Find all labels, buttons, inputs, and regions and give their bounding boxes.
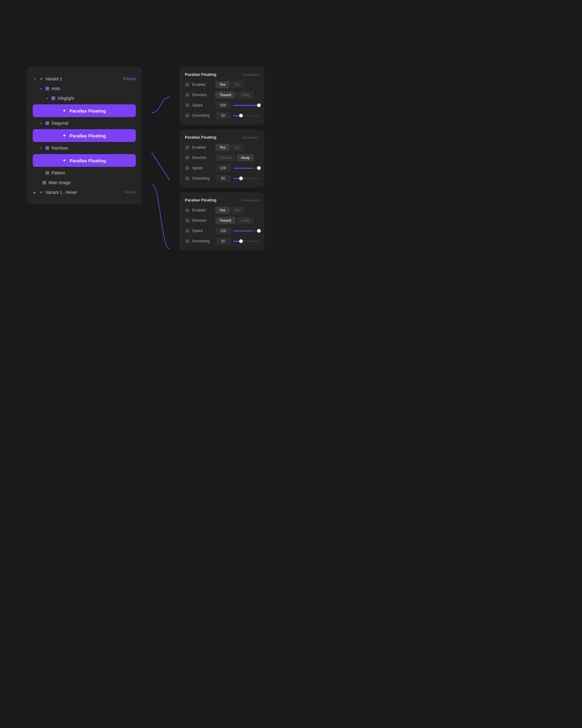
prop-icon-speed-2: ⊕ (185, 165, 190, 171)
rect-icon-rainbow (46, 146, 49, 150)
smoothing-slider-3[interactable] (233, 241, 259, 242)
speed-input-1[interactable] (215, 102, 231, 109)
prop-row-speed-3: ⊕ Speed (185, 227, 259, 234)
prop-row-direction-2: ⊕ Direction Toward Away (185, 154, 259, 161)
speed-input-2[interactable] (215, 164, 231, 172)
tree-item-highlight[interactable]: ▾ Hihglight (33, 94, 136, 103)
chevron-icon: ▶ (33, 190, 37, 194)
prop-row-smoothing-1: ⊕ Smoothing (185, 112, 259, 119)
speed-slider-3[interactable] (233, 231, 259, 231)
tree-badge-variant: Variant (124, 190, 136, 194)
toggle-direction-1: Toward Away (215, 91, 254, 99)
smoothing-input-2[interactable] (215, 175, 231, 182)
toggle-toward-1[interactable]: Toward (215, 91, 235, 99)
panel-header-3: Parallax Floating Component (185, 198, 259, 202)
toggle-no-3[interactable]: No (231, 207, 244, 214)
prop-row-speed-2: ⊕ Speed (185, 164, 259, 172)
prop-label-enabled-2: Enabled (192, 145, 213, 150)
component-icon-white: ✦ (62, 133, 66, 138)
toggle-no-1[interactable]: No (231, 81, 244, 88)
parallax-item-2[interactable]: ✦ Parallax Floating (33, 129, 136, 142)
prop-row-direction-1: ⊕ Direction Toward Away (185, 91, 259, 99)
toggle-away-1[interactable]: Away (237, 91, 254, 99)
chevron-icon: ▾ (45, 96, 49, 100)
speed-input-3[interactable] (215, 227, 231, 234)
spacer (39, 171, 43, 175)
tree-item-holo[interactable]: ▾ Holo (33, 84, 136, 94)
smoothing-track-3 (233, 241, 259, 242)
prop-icon-direction-1: ⊕ (185, 93, 190, 97)
toggle-enabled-3: Yes No (215, 207, 244, 214)
chevron-icon: ▾ (39, 86, 43, 91)
panel-title-3: Parallax Floating (185, 198, 216, 202)
prop-icon-enabled-1: ⊕ (185, 82, 190, 87)
component-icon-white: ✦ (62, 158, 66, 163)
toggle-away-2[interactable]: Away (237, 154, 254, 161)
smoothing-slider-1[interactable] (233, 115, 259, 116)
toggle-away-3[interactable]: Away (237, 217, 254, 224)
properties-column: Parallax Floating Component ⊕ Enabled Ye… (179, 67, 264, 250)
prop-row-enabled-2: ⊕ Enabled Yes No (185, 144, 259, 151)
tree-item-mainimage[interactable]: Main Image (33, 178, 136, 187)
toggle-no-2[interactable]: No (231, 144, 244, 151)
panel-header-1: Parallax Floating Component (185, 72, 259, 77)
smoothing-thumb-2 (239, 177, 243, 180)
prop-icon-enabled-2: ⊕ (185, 145, 190, 150)
tree-item-diagonal[interactable]: ▾ Diagonal (33, 118, 136, 128)
tree-badge-primary: Primary (123, 77, 136, 81)
tree-item-pattern[interactable]: Pattern (33, 168, 136, 178)
component-icon: ✦ (39, 190, 43, 195)
speed-slider-2[interactable] (233, 168, 259, 168)
prop-label-direction-1: Direction (192, 93, 213, 97)
property-panel-3: Parallax Floating Component ⊕ Enabled Ye… (179, 192, 264, 250)
smoothing-track-1 (233, 115, 259, 116)
chevron-icon: ▾ (39, 146, 43, 150)
speed-thumb-2 (257, 166, 261, 170)
prop-icon-speed-3: ⊕ (185, 228, 190, 233)
rect-icon-holo (46, 87, 49, 90)
smoothing-slider-2[interactable] (233, 178, 259, 179)
smoothing-input-3[interactable] (215, 237, 231, 245)
smoothing-thumb-3 (239, 239, 243, 243)
speed-slider-1[interactable] (233, 105, 259, 106)
parallax-item-1[interactable]: ✦ Parallax Floating (33, 104, 136, 117)
parallax-item-3[interactable]: ✦ Parallax Floating (33, 154, 136, 167)
prop-icon-smoothing-3: ⊕ (185, 239, 190, 243)
speed-thumb-1 (257, 103, 261, 107)
rect-icon-highlight (52, 97, 55, 100)
tree-item-variant1[interactable]: ▾ ✦ Variant 1 Primary (33, 74, 136, 84)
prop-row-enabled-3: ⊕ Enabled Yes No (185, 207, 259, 214)
smoothing-track-2 (233, 178, 259, 179)
parallax-label-3: Parallax Floating (70, 158, 106, 163)
prop-label-enabled-1: Enabled (192, 82, 213, 87)
prop-row-direction-3: ⊕ Direction Toward Away (185, 217, 259, 224)
prop-icon-smoothing-1: ⊕ (185, 113, 190, 118)
smoothing-input-1[interactable] (215, 112, 231, 119)
chevron-icon: ▾ (39, 121, 43, 125)
tree-label-diagonal: Diagonal (52, 121, 136, 126)
panel-type-1: Component (242, 73, 259, 76)
toggle-toward-3[interactable]: Toward (215, 217, 235, 224)
tree-label-variant1: Variant 1 (46, 76, 121, 81)
prop-label-enabled-3: Enabled (192, 208, 213, 212)
prop-label-speed-3: Speed (192, 229, 213, 233)
prop-row-smoothing-2: ⊕ Smoothing (185, 175, 259, 182)
main-container: ▾ ✦ Variant 1 Primary ▾ Holo ▾ Hihglight… (27, 67, 264, 297)
prop-row-enabled-1: ⊕ Enabled Yes No (185, 81, 259, 88)
parallax-label-1: Parallax Floating (70, 108, 106, 113)
tree-label-mainimage: Main Image (49, 180, 136, 185)
toggle-yes-3[interactable]: Yes (215, 207, 230, 214)
chevron-icon: ▾ (33, 77, 37, 81)
prop-row-smoothing-3: ⊕ Smoothing (185, 237, 259, 245)
toggle-yes-2[interactable]: Yes (215, 144, 230, 151)
toggle-toward-2[interactable]: Toward (215, 154, 235, 161)
speed-track-1 (233, 105, 259, 106)
toggle-yes-1[interactable]: Yes (215, 81, 230, 88)
rect-icon-mainimage (43, 181, 46, 184)
prop-icon-smoothing-2: ⊕ (185, 176, 190, 181)
speed-track-2 (233, 168, 259, 168)
prop-label-smoothing-1: Smoothing (192, 113, 213, 118)
tree-item-variant1hover[interactable]: ▶ ✦ Variant 1 · Hover Variant (33, 187, 136, 197)
tree-item-rainbow[interactable]: ▾ Rainbow (33, 143, 136, 153)
toggle-enabled-1: Yes No (215, 81, 244, 88)
